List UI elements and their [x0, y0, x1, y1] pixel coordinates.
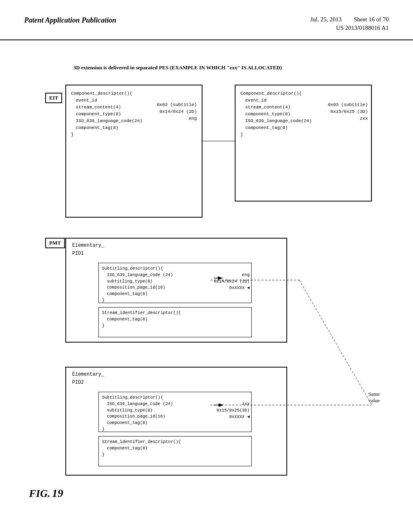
pid1-stream-box: Stream_identifier_descriptor(){ componen…	[98, 307, 252, 337]
pid1-val-page: 0xXXXX ◄	[214, 285, 250, 291]
pid1-box: Elementary_ PID1 Subtitling_descriptor()…	[65, 238, 287, 343]
left-val1: 0x03 (subtitle)	[157, 102, 197, 108]
pid1-sub-line1: Subtitling_descriptor(){	[102, 266, 248, 272]
svg-line-2	[299, 280, 372, 405]
publication-title: Patent Application Publication	[24, 16, 116, 25]
pid2-subtitling-box: Subtitling_descriptor(){ ISO_639_languag…	[98, 392, 252, 432]
publication-date: Jul. 25, 2013	[310, 16, 342, 23]
right-top-line7: }	[240, 131, 366, 138]
eit-box: EIT	[45, 93, 62, 103]
right-top-val3: zxx	[328, 115, 368, 122]
pid2-sub-line6: }	[102, 426, 248, 433]
same-value-line1: Same	[368, 391, 380, 397]
right-top-val1: 0x03 (subtitle)	[328, 102, 368, 108]
left-val2: 0x14/0x24 (2D)	[157, 108, 197, 115]
pid2-stream-box: Stream_identifier_descriptor(){ componen…	[98, 436, 252, 466]
pmt-box: PMT	[45, 238, 65, 248]
pid2-stream-line1: Stream_identifier_descriptor(){	[102, 439, 248, 445]
pid2-sub-line1: Subtitling_descriptor(){	[102, 395, 248, 401]
pid1-sub-line5: component_tag(8)	[107, 291, 248, 297]
pid1-label: PID1	[72, 251, 84, 256]
fig-text: FIG.	[29, 488, 50, 499]
pid2-sub-line5: component_tag(8)	[107, 420, 248, 426]
sheet-info: Sheet 16 of 70	[354, 16, 389, 23]
same-value-label: Same value	[368, 391, 380, 404]
pid2-label: PID2	[72, 380, 84, 385]
figure-label: FIG. 19	[29, 487, 63, 500]
pid2-stream-line2: component_tag(8)	[107, 445, 248, 452]
left-structure-box: Component_descriptor(){ event_id stream_…	[65, 85, 202, 218]
pid1-stream-line1: Stream_identifier_descriptor(){	[102, 310, 248, 316]
pid2-stream-line3: }	[102, 452, 248, 458]
main-title: 3D extension is delivered in separated P…	[73, 64, 282, 71]
pid2-elementary-label: Elementary_	[72, 372, 104, 377]
right-top-line6: component_tag(8)	[245, 125, 366, 131]
pid2-val-lang: zxx	[217, 401, 250, 407]
pid2-val-page: 0xXXXX ◄	[217, 414, 250, 420]
pid2-box: Elementary_ PID2 Subtitling_descriptor()…	[65, 367, 287, 476]
pid1-val-lang: eng	[214, 272, 250, 278]
fig-number: 19	[52, 487, 63, 499]
patent-number: US 2013/0188016 A1	[336, 25, 389, 31]
right-top-box: Component_descriptor(){ event_id stream_…	[235, 85, 372, 202]
page-content: 3D extension is delivered in separated P…	[0, 40, 413, 512]
left-val3: eng	[157, 115, 197, 122]
left-line6: component_tag(8)	[76, 125, 197, 131]
right-top-line1: Component_descriptor(){	[240, 90, 366, 97]
same-value-line2: value	[368, 397, 380, 404]
left-line7: }	[71, 131, 197, 138]
left-line1: Component_descriptor(){	[71, 90, 197, 97]
pid1-val-type: 0x14/0x24 (2D)	[214, 278, 250, 285]
header-date-sheet: Jul. 25, 2013 Sheet 16 of 70	[310, 16, 389, 23]
pid1-stream-line3: }	[102, 323, 248, 329]
right-top-val2: 0x15/0x25 (3D)	[328, 108, 368, 115]
pid2-val-type: 0x15/0x25(3D)	[217, 407, 250, 414]
page-header: Patent Application Publication Jul. 25, …	[0, 0, 413, 40]
pid1-elementary-label: Elementary_	[72, 243, 104, 248]
diagram-container: 3D extension is delivered in separated P…	[25, 60, 388, 504]
pid1-sub-line6: }	[102, 297, 248, 304]
pid1-subtitling-box: Subtitling_descriptor(){ ISO_639_languag…	[98, 263, 252, 303]
header-right: Jul. 25, 2013 Sheet 16 of 70 US 2013/018…	[310, 16, 389, 31]
pid1-stream-line2: component_tag(8)	[107, 316, 248, 323]
